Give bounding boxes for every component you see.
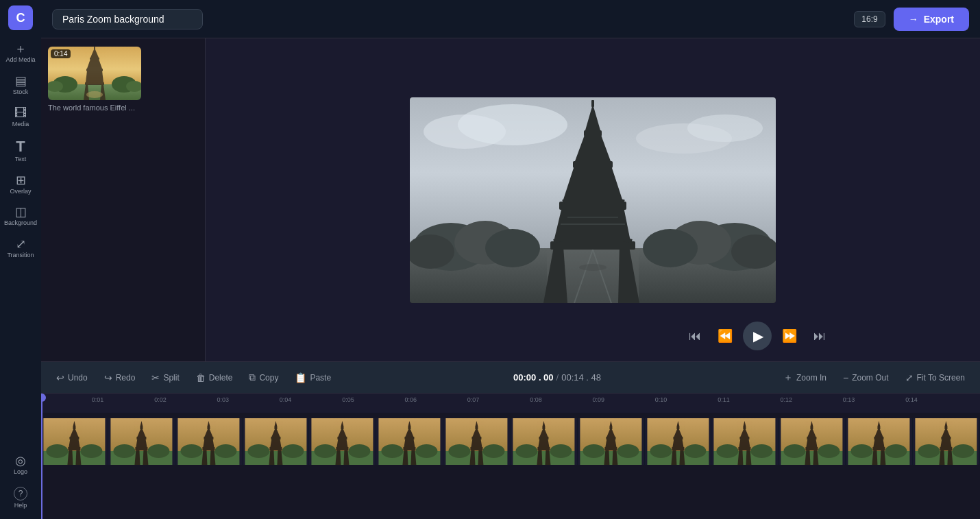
svg-point-15	[86, 91, 103, 98]
export-button[interactable]: → Export	[894, 8, 969, 31]
text-icon: T	[16, 139, 25, 154]
sidebar-item-transition[interactable]: ⤢ Transition	[3, 234, 38, 263]
transition-icon: ⤢	[16, 238, 26, 250]
export-icon: →	[909, 14, 918, 25]
fit-to-screen-button[interactable]: ⤢ Fit To Screen	[898, 369, 972, 387]
svg-rect-33	[550, 241, 635, 250]
track-frame	[443, 418, 511, 465]
copy-button[interactable]: ⧉ Copy	[242, 368, 285, 387]
zoom-in-label: Zoom In	[796, 373, 826, 383]
redo-label: Redo	[116, 373, 136, 383]
paste-label: Paste	[310, 373, 331, 383]
skip-back-icon: ⏮	[689, 329, 701, 343]
aspect-ratio-badge: 16:9	[854, 11, 885, 27]
ruler-container: 0:01 0:02 0:03 0:04 0:05 0:06 0:07 0:08 …	[41, 394, 980, 413]
fast-forward-button[interactable]: ⏩	[777, 324, 802, 348]
timeline-content: 0:01 0:02 0:03 0:04 0:05 0:06 0:07 0:08 …	[41, 394, 980, 519]
media-item-title: The world famous Eiffel ...	[48, 104, 141, 112]
sidebar-item-help[interactable]: ? Help	[3, 483, 38, 514]
svg-rect-149	[606, 437, 615, 439]
zoom-out-label: Zoom Out	[852, 373, 888, 383]
svg-rect-211	[944, 426, 947, 429]
svg-point-29	[643, 229, 698, 267]
sidebar-item-add-media[interactable]: ＋ Add Media	[3, 38, 38, 68]
main-area: 16:9 → Export	[41, 0, 980, 519]
track-frame	[846, 418, 913, 465]
timeline-section: ↩ Undo ↪ Redo ✂ Split 🗑 Delete ⧉ Copy 📋	[41, 361, 980, 519]
split-label: Split	[163, 373, 179, 383]
track-frame	[309, 418, 376, 465]
svg-rect-147	[604, 447, 617, 450]
svg-rect-135	[537, 447, 550, 450]
rewind-button[interactable]: ⏪	[713, 324, 737, 348]
svg-point-94	[282, 444, 304, 458]
svg-point-118	[416, 444, 438, 458]
play-icon: ▶	[753, 328, 763, 344]
svg-rect-111	[404, 447, 416, 450]
timeline-ruler: 0:01 0:02 0:03 0:04 0:05 0:06 0:07 0:08 …	[41, 394, 980, 413]
sidebar-item-logo[interactable]: ◎ Logo	[3, 450, 38, 480]
svg-point-189	[784, 444, 806, 458]
play-button[interactable]: ▶	[743, 322, 772, 350]
sidebar-item-background[interactable]: ◫ Background	[3, 202, 38, 231]
sidebar-item-label: Logo	[14, 469, 27, 476]
split-icon: ✂	[151, 372, 160, 383]
svg-rect-101	[338, 437, 347, 439]
track-area	[41, 413, 980, 519]
delete-button[interactable]: 🗑 Delete	[189, 369, 240, 387]
svg-rect-207	[940, 447, 952, 450]
sidebar-item-stock[interactable]: ▤ Stock	[3, 71, 38, 100]
skip-back-button[interactable]: ⏮	[683, 324, 707, 348]
svg-point-82	[215, 444, 236, 458]
track-frame	[913, 418, 980, 465]
svg-rect-173	[740, 437, 750, 439]
redo-icon: ↪	[104, 372, 112, 383]
media-thumbnail[interactable]: 0:14	[48, 47, 141, 100]
zoom-in-button[interactable]: ＋ Zoom In	[776, 368, 833, 387]
sidebar-item-text[interactable]: T Text	[3, 135, 38, 167]
svg-rect-123	[470, 447, 482, 450]
svg-rect-87	[269, 447, 282, 450]
sidebar-item-label: Help	[14, 503, 27, 509]
svg-rect-67	[140, 426, 143, 429]
svg-point-58	[80, 444, 102, 458]
fast-forward-icon: ⏩	[782, 328, 797, 343]
svg-rect-161	[673, 437, 683, 439]
track-frame	[511, 418, 578, 465]
svg-rect-163	[676, 426, 679, 429]
redo-button[interactable]: ↪ Redo	[97, 369, 143, 387]
svg-point-81	[180, 444, 202, 458]
svg-point-106	[349, 444, 371, 458]
svg-point-214	[952, 444, 974, 458]
delete-icon: 🗑	[196, 372, 206, 383]
time-current: 00:00 . 00	[513, 372, 554, 383]
svg-rect-79	[207, 426, 210, 429]
playback-controls: ⏮ ⏪ ▶ ⏩ ⏭	[683, 322, 832, 350]
track-frame	[578, 418, 645, 465]
svg-point-142	[550, 444, 572, 458]
app-logo[interactable]: C	[8, 5, 33, 30]
zoom-out-button[interactable]: − Zoom Out	[836, 369, 896, 387]
svg-rect-197	[874, 437, 884, 439]
fit-to-screen-label: Fit To Screen	[917, 373, 965, 383]
skip-forward-button[interactable]: ⏭	[807, 324, 832, 348]
sidebar-item-label: Text	[15, 156, 27, 163]
sidebar-item-overlay[interactable]: ⊞ Overlay	[3, 170, 38, 200]
split-button[interactable]: ✂ Split	[145, 369, 186, 387]
sidebar-item-media[interactable]: 🎞 Media	[3, 103, 38, 132]
svg-marker-172	[739, 439, 750, 447]
paste-button[interactable]: 📋 Paste	[288, 369, 338, 387]
playhead-line	[41, 394, 42, 519]
project-name-input[interactable]	[52, 9, 203, 29]
undo-button[interactable]: ↩ Undo	[49, 369, 95, 387]
video-track[interactable]	[41, 418, 980, 465]
svg-rect-183	[806, 447, 818, 450]
track-frame	[108, 418, 175, 465]
svg-point-28	[485, 229, 540, 267]
svg-rect-151	[609, 426, 612, 429]
svg-point-178	[751, 444, 773, 458]
svg-point-154	[617, 444, 639, 458]
svg-rect-53	[69, 437, 79, 439]
playhead-bar	[41, 394, 42, 519]
media-icon: 🎞	[14, 107, 27, 119]
